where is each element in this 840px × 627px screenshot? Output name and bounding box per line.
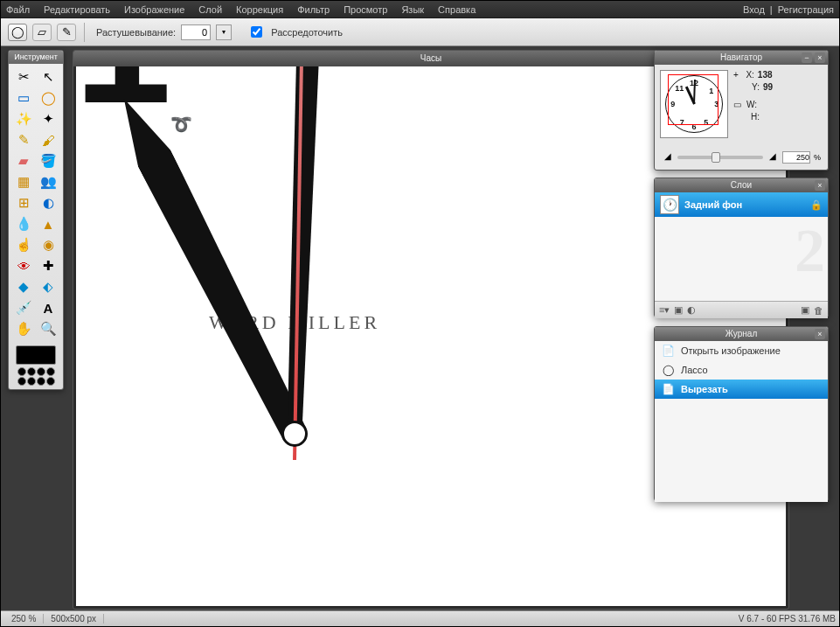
layers-panel: Слои× 🕐 Задний фон 🔒 ≡▾ ▣ ◐ ▣ 🗑 <box>654 178 829 317</box>
feather-input[interactable] <box>181 24 211 40</box>
menu-filter[interactable]: Фильтр <box>297 4 330 15</box>
history-item-icon: 📄 <box>662 383 674 395</box>
history-item-icon: 📄 <box>662 345 674 357</box>
nav-x: 138 <box>758 70 773 80</box>
layer-mask-icon[interactable]: ◐ <box>687 304 696 316</box>
canvas-title: Часы <box>420 53 441 63</box>
bloat-tool-icon[interactable]: ◆ <box>12 277 35 296</box>
layers-close-icon[interactable]: × <box>815 180 825 191</box>
sharpen-tool-icon[interactable]: ▲ <box>37 214 59 233</box>
history-panel: Журнал× 📄Открыть изображение◯Лассо📄Вырез… <box>654 326 829 501</box>
move-tool-icon[interactable]: ↖ <box>37 67 59 87</box>
layers-title[interactable]: Слои× <box>655 178 828 192</box>
pencil-tool-icon[interactable]: ✎ <box>12 130 35 150</box>
bucket-tool-icon[interactable]: 🪣 <box>37 151 59 171</box>
navigator-title[interactable]: Навигатор−× <box>655 51 828 65</box>
menu-bar: Файл Редактировать Изображение Слой Корр… <box>1 1 839 18</box>
zoom-slider[interactable] <box>677 156 763 159</box>
type-tool-icon[interactable]: A <box>37 298 59 317</box>
history-item-icon: ◯ <box>662 364 674 376</box>
layer-row[interactable]: 🕐 Задний фон 🔒 <box>655 192 828 217</box>
menu-image[interactable]: Изображение <box>124 4 184 15</box>
menu-view[interactable]: Просмотр <box>344 4 387 15</box>
zoom-out-icon[interactable]: ◢ <box>662 151 674 164</box>
blur-tool-icon[interactable]: 💧 <box>12 214 35 233</box>
lasso-tool2-icon[interactable]: ◯ <box>37 88 59 108</box>
history-close-icon[interactable]: × <box>815 329 825 339</box>
picker-tool-icon[interactable]: 💉 <box>12 298 35 317</box>
zoom-input[interactable] <box>782 151 810 164</box>
auth-sep: | <box>770 4 773 15</box>
spot-tool-icon[interactable]: ✚ <box>37 256 59 275</box>
lock-icon[interactable]: 🔒 <box>810 199 823 211</box>
history-item[interactable]: 📄Вырезать <box>655 380 828 399</box>
magnetic-lasso-icon[interactable]: ✎ <box>57 24 76 41</box>
lasso-tool-icon[interactable]: ◯ <box>8 24 27 41</box>
workspace: Часы − □ × 12 1 2 3 4 8 9 10 11 WARD MIL… <box>1 46 839 626</box>
history-item[interactable]: 📄Открыть изображение <box>655 341 828 360</box>
wand2-tool-icon[interactable]: ✦ <box>37 109 59 129</box>
lasso-cursor-icon: ➰ <box>170 114 192 135</box>
feather-dropdown[interactable]: ▾ <box>216 24 232 40</box>
zoom-in-icon[interactable]: ◢ <box>767 151 779 164</box>
history-item[interactable]: ◯Лассо <box>655 360 828 380</box>
wand-tool-icon[interactable]: ✨ <box>12 109 35 129</box>
layer-thumb-icon: 🕐 <box>660 195 679 214</box>
feather-label: Растушевывание: <box>96 27 176 38</box>
zoom-pct: % <box>814 153 821 162</box>
scatter-checkbox[interactable] <box>251 26 262 38</box>
tool-panel: Инструмент ✂↖ ▭◯ ✨✦ ✎🖌 ▰🪣 ▦👥 ⊞◐ 💧▲ ☝◉ 👁✚… <box>8 50 64 390</box>
zoom-tool-icon[interactable]: 🔍 <box>37 319 59 338</box>
menu-lang[interactable]: Язык <box>401 4 424 15</box>
color-swatch[interactable] <box>16 345 56 365</box>
nav-y: 99 <box>763 82 773 92</box>
layer-dup-icon[interactable]: ▣ <box>801 304 809 316</box>
layer-new-icon[interactable]: ▣ <box>674 304 683 316</box>
replace-tool-icon[interactable]: ◐ <box>37 193 59 212</box>
tool-panel-title: Инструмент <box>9 51 63 64</box>
marquee-tool-icon[interactable]: ▭ <box>12 88 35 108</box>
menu-edit[interactable]: Редактировать <box>44 4 110 15</box>
options-bar: ◯ ▱ ✎ Растушевывание: ▾ Рассредоточить <box>1 18 839 46</box>
status-version: V 6.7 - 60 FPS 31.76 MB <box>739 614 836 624</box>
menu-file[interactable]: Файл <box>6 4 30 15</box>
status-bar: 250 % 500x500 px V 6.7 - 60 FPS 31.76 MB <box>1 610 839 626</box>
register-link[interactable]: Регистрация <box>778 4 834 15</box>
size-icon: ▭ <box>733 100 741 109</box>
crop-tool-icon[interactable]: ✂ <box>12 67 35 87</box>
poly-lasso-icon[interactable]: ▱ <box>32 24 52 41</box>
history-item-label: Открыть изображение <box>681 345 781 356</box>
sponge-tool-icon[interactable]: ◉ <box>37 235 59 254</box>
layer-del-icon[interactable]: 🗑 <box>814 305 823 316</box>
brush-tool-icon[interactable]: 🖌 <box>37 130 59 150</box>
menu-adjust[interactable]: Коррекция <box>236 4 283 15</box>
nav-close-icon[interactable]: × <box>815 52 825 63</box>
login-link[interactable]: Вход <box>743 4 765 15</box>
menu-layer[interactable]: Слой <box>198 4 222 15</box>
clone-tool-icon[interactable]: 👥 <box>37 172 59 192</box>
crosshair-icon: + <box>733 70 739 80</box>
status-zoom: 250 % <box>4 614 44 624</box>
status-dim: 500x500 px <box>44 614 104 624</box>
gradient-tool-icon[interactable]: ▦ <box>12 172 35 192</box>
history-item-label: Вырезать <box>681 384 728 394</box>
navigator-panel: Навигатор−× 1213 567 911 +X:138 Y:99 ▭W:… <box>654 50 829 171</box>
pinch-tool-icon[interactable]: ⬖ <box>37 277 59 296</box>
layer-name: Задний фон <box>684 199 742 210</box>
scatter-label: Рассредоточить <box>271 27 343 38</box>
stamp-tool-icon[interactable]: ⊞ <box>12 193 35 212</box>
history-item-label: Лассо <box>681 365 708 375</box>
smudge-tool-icon[interactable]: ☝ <box>12 235 35 254</box>
layer-opt-icon[interactable]: ≡▾ <box>659 304 670 316</box>
nav-min-icon[interactable]: − <box>802 52 812 63</box>
color-palette[interactable] <box>17 367 55 386</box>
navigator-thumbnail[interactable]: 1213 567 911 <box>660 70 728 138</box>
menu-help[interactable]: Справка <box>438 4 476 15</box>
hand-tool-icon[interactable]: ✋ <box>12 319 35 338</box>
redeye-tool-icon[interactable]: 👁 <box>12 256 35 275</box>
history-title[interactable]: Журнал× <box>655 327 828 341</box>
eraser-tool-icon[interactable]: ▰ <box>12 151 35 171</box>
